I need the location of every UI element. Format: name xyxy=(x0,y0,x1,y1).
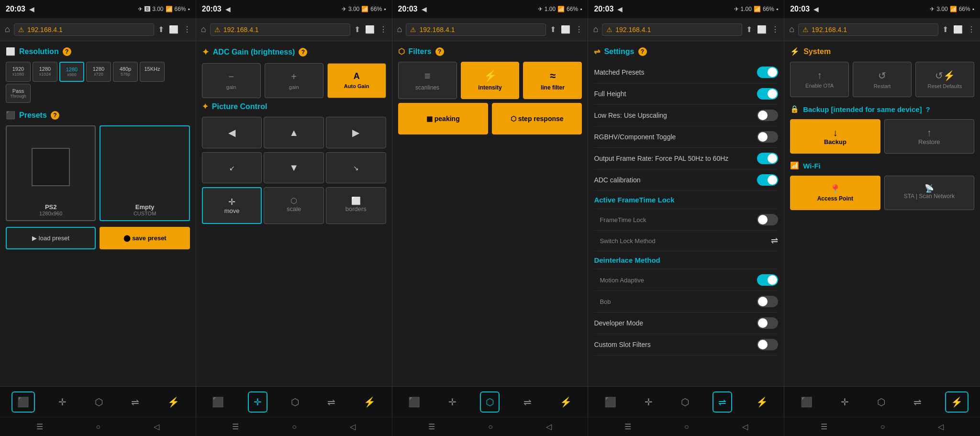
settings-help[interactable]: ? xyxy=(638,47,647,56)
gain-plus-button[interactable]: + gain xyxy=(265,63,323,98)
gain-minus-button[interactable]: − gain xyxy=(202,63,261,98)
nav-btn-4-3[interactable]: ⬡ xyxy=(676,392,694,412)
android-back-3[interactable]: ◁ xyxy=(546,422,552,431)
url-bar-2[interactable]: ⚠ 192.168.4.1 xyxy=(210,23,350,36)
nav-btn-1-3[interactable]: ⬡ xyxy=(90,392,108,412)
nav-btn-1-5[interactable]: ⚡ xyxy=(163,392,184,412)
reset-defaults-button[interactable]: ↺⚡ Reset Defaults xyxy=(915,62,974,97)
backup-button[interactable]: ↓ Backup xyxy=(790,119,880,154)
nav-btn-4-1[interactable]: ⬛ xyxy=(600,392,621,412)
tab-icon-1[interactable]: ⬜ xyxy=(169,25,178,34)
home-icon-5[interactable]: ⌂ xyxy=(789,24,794,34)
nav-btn-5-2[interactable]: ✛ xyxy=(836,392,854,412)
share-icon-4[interactable]: ⬆ xyxy=(746,25,752,34)
tab-icon-4[interactable]: ⬜ xyxy=(757,25,767,34)
load-preset-button[interactable]: ▶ load preset xyxy=(6,227,96,249)
pic-down-left-button[interactable]: ↙ xyxy=(202,152,262,183)
android-home-2[interactable]: ○ xyxy=(292,423,297,431)
menu-icon-4[interactable]: ⋮ xyxy=(771,25,779,34)
share-icon-2[interactable]: ⬆ xyxy=(354,25,360,34)
android-home-3[interactable]: ○ xyxy=(488,423,493,431)
res-15khz[interactable]: 15KHz xyxy=(140,62,165,82)
android-menu-5[interactable]: ☰ xyxy=(821,422,827,431)
nav-btn-2-1[interactable]: ⬛ xyxy=(207,392,229,412)
nav-btn-3-4[interactable]: ⇌ xyxy=(519,392,536,412)
nav-btn-4-5[interactable]: ⚡ xyxy=(751,392,773,412)
android-menu-4[interactable]: ☰ xyxy=(624,422,631,431)
sta-scan-button[interactable]: 📡 STA | Scan Network xyxy=(884,176,974,210)
peaking-button[interactable]: ▦ peaking xyxy=(398,103,488,134)
pic-down-button[interactable]: ▼ xyxy=(264,152,324,183)
filters-help[interactable]: ? xyxy=(435,47,444,56)
url-bar-3[interactable]: ⚠ 192.168.4.1 xyxy=(406,23,546,36)
nav-btn-3-2[interactable]: ✛ xyxy=(444,392,461,412)
nav-btn-1-2[interactable]: ✛ xyxy=(54,392,71,412)
res-1280-960[interactable]: 1280x960 xyxy=(59,62,84,82)
step-response-button[interactable]: ⬡ step response xyxy=(492,103,582,134)
nav-btn-5-5[interactable]: ⚡ xyxy=(945,391,969,413)
enable-ota-button[interactable]: ↑ Enable OTA xyxy=(790,62,849,97)
menu-icon-2[interactable]: ⋮ xyxy=(379,25,387,34)
url-bar-5[interactable]: ⚠ 192.168.4.1 xyxy=(798,23,938,36)
resolution-help[interactable]: ? xyxy=(63,47,71,56)
android-back-1[interactable]: ◁ xyxy=(154,422,159,431)
preset-empty[interactable]: Empty CUSTOM xyxy=(100,125,189,221)
backup-help[interactable]: ? xyxy=(926,105,930,113)
res-1280-720[interactable]: 1280x720 xyxy=(86,62,111,82)
nav-btn-2-3[interactable]: ⬡ xyxy=(286,392,304,412)
scale-button[interactable]: ⬡ scale xyxy=(264,187,324,224)
tab-icon-2[interactable]: ⬜ xyxy=(365,25,375,34)
nav-btn-5-1[interactable]: ⬛ xyxy=(796,392,817,412)
rgbhv-toggle[interactable] xyxy=(757,131,778,143)
home-icon-2[interactable]: ⌂ xyxy=(201,24,206,34)
home-icon-4[interactable]: ⌂ xyxy=(593,24,598,34)
presets-help[interactable]: ? xyxy=(51,111,59,120)
nav-btn-2-2[interactable]: ✛ xyxy=(248,391,267,413)
nav-btn-3-5[interactable]: ⚡ xyxy=(555,392,577,412)
nav-btn-1-1[interactable]: ⬛ xyxy=(11,391,35,413)
url-bar-1[interactable]: ⚠ 192.168.4.1 xyxy=(14,23,154,36)
nav-btn-5-4[interactable]: ⇌ xyxy=(909,392,926,412)
nav-btn-2-4[interactable]: ⇌ xyxy=(323,392,340,412)
menu-icon-3[interactable]: ⋮ xyxy=(575,25,583,34)
auto-gain-button[interactable]: A Auto Gain xyxy=(327,63,386,98)
adc-help[interactable]: ? xyxy=(299,48,307,56)
nav-btn-1-4[interactable]: ⇌ xyxy=(126,392,144,412)
restart-button[interactable]: ↺ Restart xyxy=(853,62,912,97)
android-home-1[interactable]: ○ xyxy=(96,423,101,431)
home-icon-1[interactable]: ⌂ xyxy=(5,24,10,34)
full-height-toggle[interactable] xyxy=(757,88,778,100)
android-menu-2[interactable]: ☰ xyxy=(232,422,239,431)
res-1920[interactable]: 1920x1080 xyxy=(6,62,31,82)
share-icon-1[interactable]: ⬆ xyxy=(158,25,164,34)
scanlines-button[interactable]: ≡ scanlines xyxy=(398,62,457,99)
home-icon-3[interactable]: ⌂ xyxy=(397,24,402,34)
bob-toggle[interactable] xyxy=(757,296,778,307)
developer-toggle[interactable] xyxy=(757,317,778,329)
android-home-5[interactable]: ○ xyxy=(880,423,885,431)
nav-btn-5-3[interactable]: ⬡ xyxy=(872,392,890,412)
pic-up-button[interactable]: ▲ xyxy=(264,117,324,148)
matched-presets-toggle[interactable] xyxy=(757,67,778,78)
android-back-4[interactable]: ◁ xyxy=(742,422,748,431)
res-1280-1024[interactable]: 1280x1024 xyxy=(33,62,57,82)
low-res-toggle[interactable] xyxy=(757,110,778,121)
android-menu-3[interactable]: ☰ xyxy=(428,422,435,431)
switch-lock-icon[interactable]: ⇌ xyxy=(771,235,778,246)
nav-btn-3-3[interactable]: ⬡ xyxy=(480,391,500,413)
motion-adaptive-toggle[interactable] xyxy=(757,274,778,286)
custom-slot-toggle[interactable] xyxy=(757,339,778,350)
android-back-5[interactable]: ◁ xyxy=(938,422,944,431)
frametime-lock-toggle[interactable] xyxy=(757,214,778,225)
access-point-button[interactable]: 📍 Access Point xyxy=(790,176,880,210)
adc-cal-toggle[interactable] xyxy=(757,174,778,186)
pic-down-right-button[interactable]: ↘ xyxy=(326,152,386,183)
url-bar-4[interactable]: ⚠ 192.168.4.1 xyxy=(602,23,742,36)
pic-left-button[interactable]: ◀ xyxy=(202,117,262,148)
nav-btn-3-1[interactable]: ⬛ xyxy=(403,392,425,412)
intensity-button[interactable]: ⚡ intensity xyxy=(461,62,520,99)
nav-btn-4-2[interactable]: ✛ xyxy=(640,392,657,412)
menu-icon-1[interactable]: ⋮ xyxy=(183,25,191,34)
pic-right-button[interactable]: ▶ xyxy=(326,117,386,148)
android-home-4[interactable]: ○ xyxy=(684,423,689,431)
